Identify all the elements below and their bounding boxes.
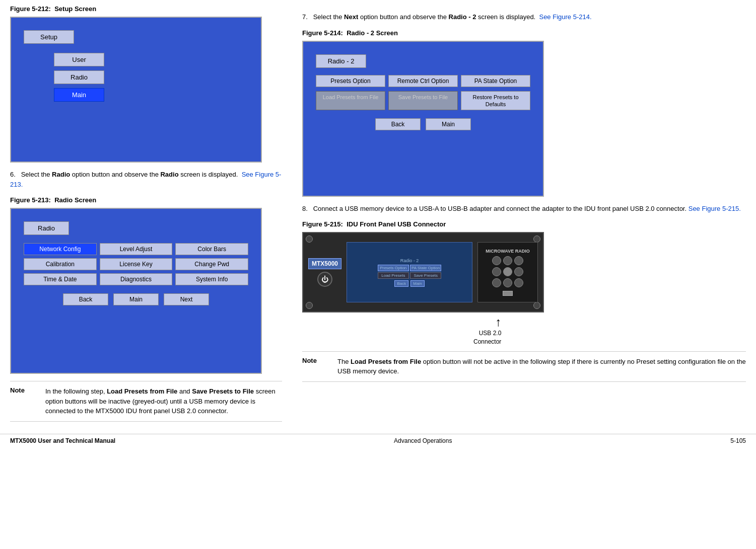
radio2-bottom-grid: Load Presets from File Save Presets to F… bbox=[316, 91, 530, 111]
license-key-btn[interactable]: License Key bbox=[100, 258, 173, 270]
load-presets-btn[interactable]: Load Presets from File bbox=[316, 91, 385, 111]
idu-power-button[interactable]: ⏻ bbox=[317, 272, 332, 287]
network-config-btn[interactable]: Network Config bbox=[24, 243, 97, 255]
radio2-bottom-btns: Back Main bbox=[316, 118, 530, 130]
step8-text: 8. Connect a USB memory device to a USB-… bbox=[302, 204, 746, 214]
corner-circle-bl bbox=[306, 302, 313, 309]
step6-number: 6. bbox=[10, 171, 16, 178]
note2-text: The Load Presets from File option button… bbox=[337, 357, 746, 376]
footer-center: Advanced Operations bbox=[394, 437, 452, 444]
panel-btn-7[interactable] bbox=[503, 278, 512, 287]
step6-link: See Figure 5-213. bbox=[10, 171, 281, 188]
step8-link: See Figure 5-215. bbox=[689, 205, 741, 212]
pa-state-option-btn[interactable]: PA State Option bbox=[461, 75, 530, 87]
step7-bold2: Radio - 2 bbox=[449, 13, 476, 21]
radio-screen: Radio Network Config Level Adjust Color … bbox=[10, 208, 262, 374]
idu-right-panel: MICROWAVE RADIO bbox=[477, 242, 538, 302]
idu-button-grid bbox=[492, 256, 524, 288]
main-content: Figure 5-212: Setup Screen Setup User Ra… bbox=[0, 0, 756, 434]
user-button[interactable]: User bbox=[54, 53, 104, 66]
idu-mtx-block: MTX5000 ⏻ bbox=[308, 258, 341, 287]
remote-ctrl-option-btn[interactable]: Remote Ctrl Option bbox=[388, 75, 458, 87]
restore-presets-btn[interactable]: Restore Presets to Defaults bbox=[461, 91, 530, 111]
step7-number: 7. bbox=[302, 13, 308, 21]
radio2-top-grid: Presets Option Remote Ctrl Option PA Sta… bbox=[316, 75, 530, 87]
idu-screen-content: Radio - 2 Presets Option PA State Option… bbox=[378, 258, 442, 287]
radio-back-btn[interactable]: Back bbox=[63, 293, 108, 305]
calibration-btn[interactable]: Calibration bbox=[24, 258, 97, 270]
presets-option-btn[interactable]: Presets Option bbox=[316, 75, 385, 87]
radio2-inner: Radio - 2 Presets Option Remote Ctrl Opt… bbox=[311, 49, 535, 136]
note1-box: Note In the following step, Load Presets… bbox=[10, 381, 282, 422]
step6-bold1: Radio bbox=[52, 171, 70, 178]
panel-btn-center[interactable] bbox=[503, 267, 512, 276]
color-bars-btn[interactable]: Color Bars bbox=[175, 243, 248, 255]
corner-circle-br bbox=[533, 302, 540, 309]
note2-box: Note The Load Presets from File option b… bbox=[302, 351, 746, 382]
corner-circle-tl bbox=[306, 236, 313, 243]
panel-btn-2[interactable] bbox=[503, 256, 512, 265]
note1-bold1: Load Presets from File bbox=[107, 387, 177, 395]
system-info-btn[interactable]: System Info bbox=[175, 273, 248, 285]
idu-screen-area: Radio - 2 Presets Option PA State Option… bbox=[347, 242, 472, 302]
note2-bold: Load Presets from File bbox=[351, 358, 421, 365]
radio-main-btn[interactable]: Main bbox=[113, 293, 159, 305]
radio2-back-btn[interactable]: Back bbox=[375, 118, 421, 130]
diagnostics-btn[interactable]: Diagnostics bbox=[100, 273, 173, 285]
fig214-bold: Figure 5-214: bbox=[302, 29, 343, 37]
page-container: Figure 5-212: Setup Screen Setup User Ra… bbox=[0, 0, 756, 447]
usb-label: USB 2.0Connector bbox=[473, 329, 501, 346]
time-date-btn[interactable]: Time & Date bbox=[24, 273, 97, 285]
panel-btn-1[interactable] bbox=[492, 256, 501, 265]
radio2-screen: Radio - 2 Presets Option Remote Ctrl Opt… bbox=[302, 41, 544, 197]
save-presets-btn[interactable]: Save Presets to File bbox=[388, 91, 458, 111]
step7-link: See Figure 5-214. bbox=[539, 13, 591, 21]
fig215-subtitle: IDU Front Panel USB Connector bbox=[347, 220, 446, 228]
main-button[interactable]: Main bbox=[54, 88, 104, 102]
step6-text: 6. Select the Radio option button and ob… bbox=[10, 170, 282, 189]
mw-radio-label: MICROWAVE RADIO bbox=[486, 249, 529, 254]
level-adjust-btn[interactable]: Level Adjust bbox=[100, 243, 173, 255]
usb-annotation: ↑ USB 2.0Connector bbox=[473, 315, 501, 346]
fig213-subtitle: Radio Screen bbox=[54, 196, 96, 204]
setup-button[interactable]: Setup bbox=[24, 30, 74, 44]
setup-screen-inner: Setup User Radio Main bbox=[19, 25, 253, 107]
usb-port[interactable] bbox=[503, 291, 513, 296]
radio2-label-btn: Radio - 2 bbox=[316, 54, 366, 68]
radio2-main-btn[interactable]: Main bbox=[426, 118, 471, 130]
step6-bold2: Radio bbox=[160, 171, 178, 178]
note2-label: Note bbox=[302, 357, 327, 376]
radio-label-btn: Radio bbox=[24, 221, 69, 235]
fig214-title: Figure 5-214: Radio - 2 Screen bbox=[302, 29, 746, 37]
fig215-bold: Figure 5-215: bbox=[302, 220, 343, 228]
setup-btn-group: User Radio Main bbox=[54, 53, 104, 102]
fig212-title: Figure 5-212: Setup Screen bbox=[10, 5, 282, 13]
step7-text: 7. Select the Next option button and obs… bbox=[302, 12, 746, 22]
setup-screen: Setup User Radio Main bbox=[10, 17, 262, 163]
idu-front-panel: MTX5000 ⏻ Radio - 2 Presets Option PA St… bbox=[302, 232, 544, 312]
usb-arrow-icon: ↑ bbox=[495, 315, 501, 329]
radio-next-btn[interactable]: Next bbox=[164, 293, 209, 305]
fig213-title: Figure 5-213: Radio Screen bbox=[10, 196, 282, 204]
radio-screen-inner: Radio Network Config Level Adjust Color … bbox=[19, 216, 253, 310]
radio-button[interactable]: Radio bbox=[54, 70, 104, 84]
page-footer: MTX5000 User and Technical Manual Advanc… bbox=[0, 434, 756, 447]
footer-left: MTX5000 User and Technical Manual bbox=[10, 437, 115, 444]
right-column: 7. Select the Next option button and obs… bbox=[292, 5, 746, 429]
panel-btn-8[interactable] bbox=[514, 278, 523, 287]
panel-btn-6[interactable] bbox=[492, 278, 501, 287]
left-column: Figure 5-212: Setup Screen Setup User Ra… bbox=[10, 5, 292, 429]
panel-btn-3[interactable] bbox=[514, 256, 523, 265]
panel-btn-4[interactable] bbox=[492, 267, 501, 276]
panel-btn-5[interactable] bbox=[514, 267, 523, 276]
note1-text: In the following step, Load Presets from… bbox=[45, 386, 282, 416]
note1-label: Note bbox=[10, 386, 35, 416]
change-pwd-btn[interactable]: Change Pwd bbox=[175, 258, 248, 270]
radio-bottom-btns: Back Main Next bbox=[24, 293, 248, 305]
fig214-subtitle: Radio - 2 Screen bbox=[347, 29, 398, 37]
fig212-bold: Figure 5-212: bbox=[10, 5, 51, 13]
fig215-wrapper: MTX5000 ⏻ Radio - 2 Presets Option PA St… bbox=[302, 232, 746, 346]
step8-number: 8. bbox=[302, 205, 308, 212]
fig212-subtitle: Setup Screen bbox=[54, 5, 96, 13]
fig215-title: Figure 5-215: IDU Front Panel USB Connec… bbox=[302, 220, 746, 228]
